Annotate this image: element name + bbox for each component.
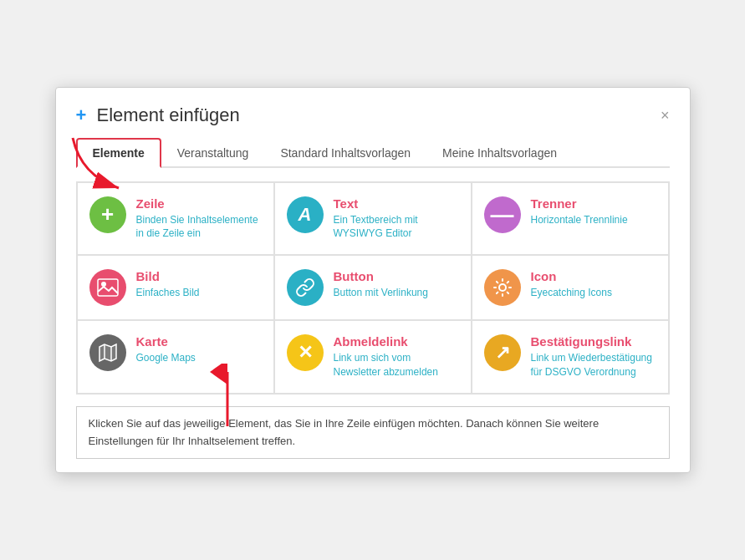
bestaetigungslink-icon: ↗ xyxy=(484,334,521,371)
grid-item-icon[interactable]: Icon Eyecatching Icons xyxy=(472,255,669,320)
button-icon xyxy=(287,269,324,306)
close-button[interactable]: × xyxy=(661,108,670,123)
bestaetigungslink-desc: Link um Wiederbestätigung für DSGVO Vero… xyxy=(531,351,656,379)
modal-title: + Element einfügen xyxy=(76,104,240,126)
karte-label: Karte xyxy=(136,334,196,349)
elements-grid: + Zeile Binden Sie Inhaltselemente in di… xyxy=(76,181,670,395)
grid-item-trenner[interactable]: — Trenner Horizontale Trennlinie xyxy=(472,182,669,256)
arrow-to-bild xyxy=(202,364,253,430)
svg-rect-3 xyxy=(98,279,118,296)
icon-desc: Eyecatching Icons xyxy=(531,286,612,300)
button-desc: Button mit Verlinkung xyxy=(334,286,428,300)
grid-item-bild[interactable]: Bild Einfaches Bild xyxy=(77,255,274,320)
karte-icon xyxy=(89,334,126,371)
grid-item-text[interactable]: A Text Ein Textbereich mit WYSIWYG Edito… xyxy=(274,182,472,256)
trenner-icon: — xyxy=(484,196,521,233)
abmeldelink-label: Abmeldelink xyxy=(334,334,459,349)
text-desc: Ein Textbereich mit WYSIWYG Editor xyxy=(334,213,459,242)
bild-label: Bild xyxy=(136,269,200,283)
zeile-icon: + xyxy=(89,196,126,233)
plus-icon: + xyxy=(76,104,87,125)
grid-item-bestaetigungslink[interactable]: ↗ Bestätigungslink Link um Wiederbestäti… xyxy=(472,320,669,394)
trenner-desc: Horizontale Trennlinie xyxy=(531,213,628,227)
abmeldelink-desc: Link um sich vom Newsletter abzumelden xyxy=(334,351,459,379)
icon-label: Icon xyxy=(531,269,612,283)
text-icon: A xyxy=(287,196,324,233)
svg-point-5 xyxy=(499,284,506,291)
abmeldelink-icon: ✕ xyxy=(287,334,324,371)
icon-icon xyxy=(484,269,521,306)
button-label: Button xyxy=(334,269,428,283)
modal: + Element einfügen × Elemente Veranstalt… xyxy=(55,87,691,474)
karte-desc: Google Maps xyxy=(136,351,196,365)
zeile-desc: Binden Sie Inhaltselemente in die Zeile … xyxy=(136,213,262,242)
info-box: Klicken Sie auf das jeweilige Element, d… xyxy=(76,406,670,460)
tab-elemente[interactable]: Elemente xyxy=(76,138,161,168)
grid-item-zeile[interactable]: + Zeile Binden Sie Inhaltselemente in di… xyxy=(77,182,274,256)
grid-item-abmeldelink[interactable]: ✕ Abmeldelink Link um sich vom Newslette… xyxy=(274,320,472,394)
tab-meine-inhaltsvorlagen[interactable]: Meine Inhaltsvorlagen xyxy=(426,138,573,168)
grid-item-button[interactable]: Button Button mit Verlinkung xyxy=(274,255,472,320)
tabs-container: Elemente Veranstaltung Standard Inhaltsv… xyxy=(76,138,670,168)
text-label: Text xyxy=(334,196,459,211)
trenner-label: Trenner xyxy=(531,196,628,211)
modal-header: + Element einfügen × xyxy=(76,104,670,126)
tab-standard-inhaltsvorlagen[interactable]: Standard Inhaltsvorlagen xyxy=(264,138,426,168)
bestaetigungslink-label: Bestätigungslink xyxy=(531,334,656,349)
tab-veranstaltung[interactable]: Veranstaltung xyxy=(161,138,265,168)
bild-desc: Einfaches Bild xyxy=(136,286,200,300)
zeile-label: Zeile xyxy=(136,196,262,211)
bild-icon xyxy=(89,269,126,306)
